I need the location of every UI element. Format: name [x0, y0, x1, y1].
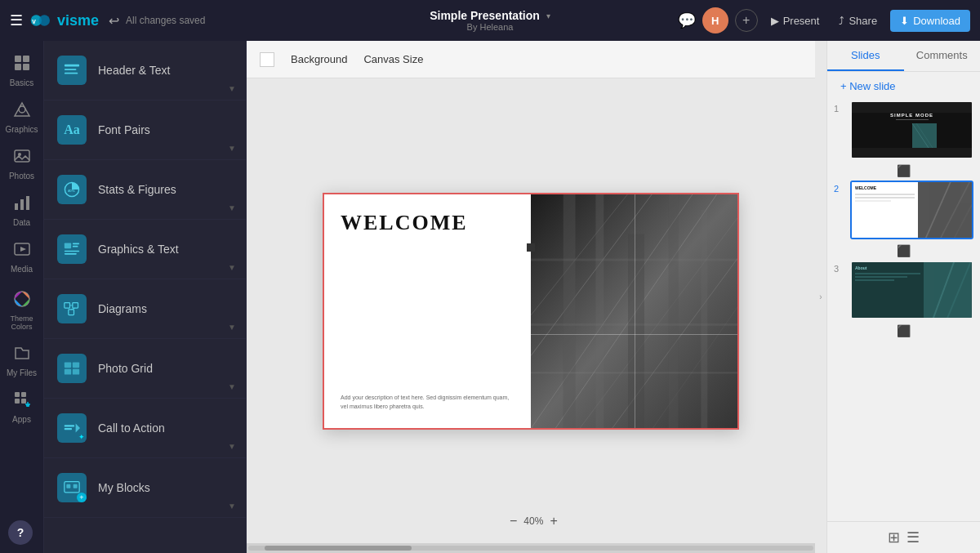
panel-item-photo-grid[interactable]: Photo Grid ▼ [44, 339, 246, 399]
svg-rect-33 [65, 253, 77, 255]
menu-icon[interactable]: ☰ [10, 11, 23, 29]
stats-figures-icon: 40% [57, 175, 87, 204]
svg-rect-61 [701, 209, 707, 427]
selection-handle[interactable] [527, 243, 535, 252]
slide-canvas[interactable]: WELCOME Add your description of text her… [323, 193, 739, 430]
svg-rect-11 [15, 203, 18, 210]
panel-item-my-blocks[interactable]: + My Blocks ▼ [44, 458, 246, 518]
background-tab[interactable]: Background [291, 50, 347, 69]
avatar[interactable]: H [702, 7, 728, 33]
comment-button[interactable]: 💬 [678, 11, 696, 29]
photo-grid-label: Photo Grid [98, 362, 153, 375]
sidebar-item-data[interactable]: Data [0, 187, 43, 234]
panel-item-graphics-text[interactable]: Graphics & Text ▼ [44, 220, 246, 279]
zoom-value: 40% [523, 515, 543, 527]
graphics-label: Graphics [5, 125, 38, 134]
slide-item-2[interactable]: 2 WELCOME [834, 181, 973, 239]
svg-rect-5 [15, 64, 21, 70]
svg-rect-3 [15, 56, 21, 62]
presentation-title[interactable]: Simple Presentation [430, 9, 540, 22]
zoom-in-button[interactable]: + [548, 514, 559, 528]
add-collaborator-button[interactable]: + [735, 9, 758, 32]
svg-rect-25 [65, 69, 77, 70]
sidebar-item-basics[interactable]: Basics [0, 47, 43, 94]
slide-duplicate-icon-2[interactable]: ⬛ [897, 244, 911, 257]
diagrams-label: Diagrams [98, 302, 147, 315]
slide-welcome-text: WELCOME [341, 211, 514, 235]
svg-rect-72 [924, 262, 972, 318]
panel-item-header-text[interactable]: Header & Text ▼ [44, 41, 246, 100]
graphics-text-label: Graphics & Text [98, 243, 179, 256]
header-text-icon [57, 56, 87, 85]
slide-item-1[interactable]: 1 SIMPLE MODE [834, 100, 973, 159]
canvas-toolbar: Background Canvas Size [247, 41, 815, 78]
topbar-right: 💬 H + ▶ Present ⤴ Share ⬇ Download [656, 7, 970, 33]
zoom-out-button[interactable]: − [508, 514, 519, 528]
canvas-scrollbar[interactable] [247, 543, 815, 553]
sidebar-item-my-files[interactable]: My Files [0, 337, 43, 384]
logo-text: visme [57, 12, 99, 29]
panel-item-font-pairs[interactable]: Aa Font Pairs ▼ [44, 100, 246, 160]
logo[interactable]: v visme [29, 11, 99, 30]
scrollbar-thumb[interactable] [265, 546, 412, 551]
slide-duplicate-icon-3[interactable]: ⬛ [897, 324, 911, 337]
sidebar-item-theme-colors[interactable]: Theme Colors [0, 283, 43, 337]
panel-item-stats-figures[interactable]: 40% Stats & Figures ▼ [44, 160, 246, 220]
sidebar-item-media[interactable]: Media [0, 234, 43, 280]
svg-rect-42 [73, 369, 79, 375]
present-icon: ▶ [771, 15, 779, 27]
graphics-text-chevron-icon: ▼ [228, 263, 236, 272]
canvas-workspace[interactable]: WELCOME Add your description of text her… [247, 78, 815, 543]
present-button[interactable]: ▶ Present [764, 11, 826, 31]
sidebar-item-graphics[interactable]: Graphics [0, 94, 43, 140]
tab-slides[interactable]: Slides [827, 41, 904, 71]
svg-rect-20 [21, 399, 26, 404]
canvas-size-tab[interactable]: Canvas Size [363, 50, 423, 69]
present-label: Present [783, 15, 820, 27]
canvas-area: Background Canvas Size WELCOME Add your … [247, 41, 815, 553]
thumb3-right [924, 262, 972, 318]
slides-list: 1 SIMPLE MODE [827, 100, 980, 521]
slide-thumb-3[interactable]: About [850, 261, 973, 319]
thumb2-line-2 [855, 197, 915, 198]
slide-thumb-2[interactable]: WELCOME [850, 181, 973, 239]
svg-rect-31 [73, 246, 78, 248]
sidebar-item-photos[interactable]: Photos [0, 140, 43, 187]
my-blocks-label: My Blocks [98, 481, 150, 494]
svg-rect-24 [65, 65, 79, 67]
presentation-author: By Heleana [467, 22, 514, 32]
select-all-checkbox[interactable] [260, 52, 274, 67]
share-icon: ⤴ [839, 15, 844, 27]
my-blocks-icon: + [57, 473, 87, 502]
title-chevron-icon[interactable]: ▾ [546, 11, 550, 20]
slide-action-3: ⬛ [834, 324, 973, 337]
svg-rect-39 [65, 363, 71, 368]
tab-comments[interactable]: Comments [904, 41, 981, 71]
svg-rect-32 [65, 251, 79, 252]
panel-item-diagrams[interactable]: Diagrams ▼ [44, 279, 246, 339]
theme-colors-icon [13, 290, 31, 312]
diagrams-icon [57, 294, 87, 323]
diagrams-chevron-icon: ▼ [228, 323, 236, 332]
slide-content-left: WELCOME Add your description of text her… [324, 194, 531, 428]
svg-rect-44 [65, 428, 72, 430]
svg-rect-30 [73, 243, 79, 245]
help-button[interactable]: ? [8, 520, 33, 545]
share-button[interactable]: ⤴ Share [832, 11, 884, 31]
slide-content-right [531, 194, 737, 428]
svg-rect-43 [65, 425, 74, 426]
undo-button[interactable]: ↩ [109, 13, 119, 29]
topbar-left: ☰ v visme ↩ All changes saved [10, 11, 324, 30]
grid-view-button[interactable]: ⊞ [888, 528, 900, 546]
sidebar-item-apps[interactable]: Apps [0, 384, 43, 430]
panel-collapse-handle[interactable]: › [815, 41, 826, 553]
download-button[interactable]: ⬇ Download [890, 10, 970, 32]
list-view-button[interactable]: ☰ [906, 528, 920, 546]
new-slide-button[interactable]: + New slide [827, 72, 980, 100]
slide-duplicate-icon-1[interactable]: ⬛ [897, 164, 911, 177]
slide-thumb-1[interactable]: SIMPLE MODE [850, 100, 973, 159]
collapse-icon: › [819, 292, 822, 301]
svg-rect-40 [73, 363, 79, 368]
slide-item-3[interactable]: 3 About [834, 261, 973, 319]
panel-item-call-to-action[interactable]: ✦ Call to Action ▼ [44, 399, 246, 458]
